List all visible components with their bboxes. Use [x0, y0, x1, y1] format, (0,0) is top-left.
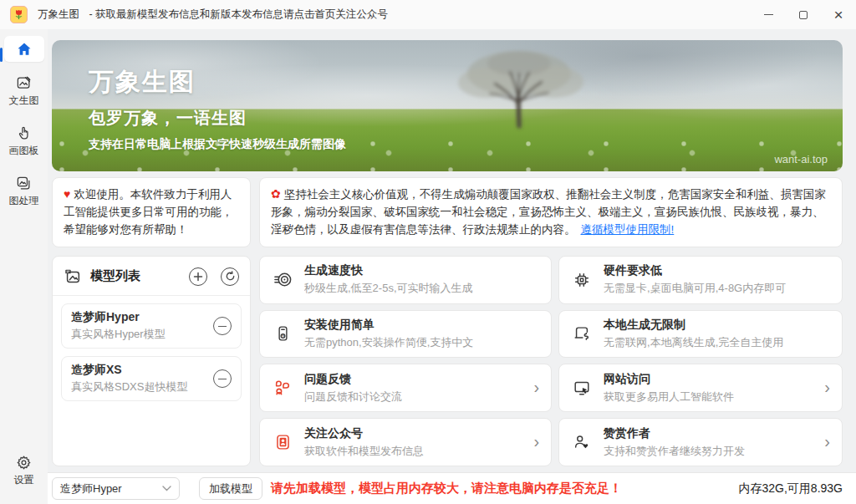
- feature-card-install: ? 安装使用简单 无需python,安装操作简便,支持中文: [259, 310, 552, 359]
- website-icon: [572, 378, 592, 398]
- sidebar-item-label: 画图板: [9, 144, 39, 158]
- banner-tree: [431, 45, 607, 133]
- memory-status: 内存32G,可用8.93G: [739, 481, 843, 496]
- chevron-right-icon: ›: [824, 433, 830, 452]
- sidebar: 文生图 画图板 图处理 设置: [0, 29, 48, 504]
- feature-desc: 无需python,安装操作简便,支持中文: [304, 335, 539, 350]
- feature-desc: 无需联网,本地离线生成,完全自主使用: [604, 335, 830, 350]
- text-to-image-icon: [16, 74, 33, 91]
- model-select-value: 造梦师Hyper: [60, 481, 122, 496]
- model-description: 真实风格SDXS超快模型: [71, 379, 213, 395]
- model-list-panel: 模型列表 造梦师Hyper 真实风格Hyper模型: [52, 256, 251, 466]
- feature-card-official-account[interactable]: 关注公众号 获取软件和模型发布信息 ›: [259, 418, 552, 466]
- speed-icon: [273, 270, 293, 290]
- feature-title: 关注公众号: [304, 426, 522, 441]
- feature-desc: 获取更多易用人工智能软件: [604, 389, 813, 405]
- welcome-text: 欢迎使用。本软件致力于利用人工智能提供更多日常可用的功能，希望能够对您有所帮助！: [64, 188, 233, 236]
- feature-desc: 支持和赞赏作者继续努力开发: [604, 444, 813, 459]
- disclaimer-text: 坚持社会主义核心价值观，不得生成煽动颠覆国家政权、推翻社会主义制度，危害国家安全…: [271, 188, 826, 236]
- minimize-icon: [764, 14, 773, 15]
- sidebar-item-label: 文生图: [9, 94, 39, 108]
- chevron-down-icon: [162, 486, 171, 491]
- model-name: 造梦师Hyper: [71, 310, 213, 325]
- plus-icon: [193, 272, 203, 282]
- remove-model-button[interactable]: [213, 317, 232, 335]
- image-stack-icon: [16, 175, 33, 191]
- refresh-models-button[interactable]: [221, 267, 239, 286]
- close-button[interactable]: ×: [821, 0, 856, 29]
- bottom-bar: 造梦师Hyper 加载模型 请先加载模型，模型占用内存较大，请注意电脑内存是否充…: [48, 472, 856, 504]
- feature-card-local: 本地生成无限制 无需联网,本地离线生成,完全自主使用: [558, 310, 843, 359]
- feature-title: 赞赏作者: [604, 426, 813, 441]
- maximize-icon: [799, 11, 808, 19]
- sidebar-item-label: 设置: [14, 473, 34, 487]
- close-icon: ×: [833, 6, 843, 24]
- remove-model-button[interactable]: [213, 369, 232, 388]
- flower-icon: ✿: [271, 187, 281, 201]
- feature-desc: 问题反馈和讨论交流: [304, 389, 522, 405]
- banner-description: 支持在日常电脑上根据文字快速秒级生成所需图像: [89, 137, 346, 152]
- chevron-right-icon: ›: [533, 379, 539, 398]
- model-list-item[interactable]: 造梦师Hyper 真实风格Hyper模型: [61, 303, 242, 349]
- chevron-right-icon: ›: [533, 433, 539, 452]
- model-list-icon: [64, 267, 82, 286]
- banner-title: 万象生图: [89, 65, 346, 99]
- feature-title: 问题反馈: [304, 372, 522, 387]
- app-window: 万象生图 - 获取最新模型发布信息和新版本发布信息请点击首页关注公众号 × 文生…: [0, 0, 856, 504]
- maximize-button[interactable]: [786, 0, 821, 29]
- sidebar-item-imgprocess[interactable]: 图处理: [4, 170, 44, 212]
- home-icon: [16, 41, 33, 58]
- chip-icon: [572, 270, 592, 290]
- sidebar-item-text2img[interactable]: 文生图: [4, 69, 44, 112]
- hand-pointer-icon: [16, 125, 33, 141]
- feature-title: 安装使用简单: [304, 318, 539, 333]
- feature-card-website[interactable]: 网站访问 获取更多易用人工智能软件 ›: [558, 364, 843, 412]
- window-title: 万象生图 - 获取最新模型发布信息和新版本发布信息请点击首页关注公众号: [38, 8, 388, 22]
- model-list-item[interactable]: 造梦师XS 真实风格SDXS超快模型: [61, 356, 242, 401]
- refresh-icon: [225, 271, 236, 282]
- gear-icon: [16, 454, 33, 471]
- donate-icon: [572, 432, 592, 452]
- feature-card-hardware: 硬件要求低 无需显卡,桌面电脑可用,4-8G内存即可: [558, 256, 843, 304]
- feature-card-feedback[interactable]: 问题反馈 问题反馈和讨论交流 ›: [259, 364, 552, 412]
- heart-icon: ♥: [64, 187, 70, 201]
- model-usage-policy-link[interactable]: 遵循模型使用限制!: [581, 223, 675, 236]
- app-title: 万象生图: [38, 8, 79, 20]
- feature-desc: 无需显卡,桌面电脑可用,4-8G内存即可: [604, 281, 830, 296]
- feature-desc: 秒级生成,低至2-5s,可实时输入生成: [304, 281, 539, 296]
- main-area: 万象生图 包罗万象，一语生图 支持在日常电脑上根据文字快速秒级生成所需图像 wa…: [48, 29, 856, 504]
- banner-text: 万象生图 包罗万象，一语生图 支持在日常电脑上根据文字快速秒级生成所需图像: [89, 65, 346, 152]
- feature-card-donate[interactable]: 赞赏作者 支持和赞赏作者继续努力开发 ›: [558, 418, 843, 466]
- add-model-button[interactable]: [189, 267, 207, 286]
- app-title-suffix: - 获取最新模型发布信息和新版本发布信息请点击首页关注公众号: [89, 8, 388, 20]
- chevron-right-icon: ›: [824, 379, 830, 398]
- sidebar-item-settings[interactable]: 设置: [4, 449, 44, 491]
- model-list-title: 模型列表: [90, 268, 176, 284]
- window-controls: ×: [751, 0, 856, 29]
- feature-card-speed: 生成速度快 秒级生成,低至2-5s,可实时输入生成: [259, 256, 552, 304]
- hero-banner: 万象生图 包罗万象，一语生图 支持在日常电脑上根据文字快速秒级生成所需图像 wa…: [52, 40, 843, 171]
- sidebar-item-label: 图处理: [9, 194, 39, 208]
- feature-title: 网站访问: [604, 372, 813, 387]
- minimize-button[interactable]: [751, 0, 786, 29]
- sidebar-item-home[interactable]: [4, 36, 44, 62]
- official-account-icon: [273, 432, 293, 452]
- load-model-button[interactable]: 加载模型: [199, 477, 262, 500]
- home-content: 万象生图 包罗万象，一语生图 支持在日常电脑上根据文字快速秒级生成所需图像 wa…: [48, 29, 856, 472]
- memory-warning-text: 请先加载模型，模型占用内存较大，请注意电脑内存是否充足！: [271, 481, 622, 496]
- model-name: 造梦师XS: [71, 363, 213, 378]
- local-offline-icon: [572, 323, 592, 344]
- feature-title: 本地生成无限制: [604, 318, 830, 333]
- feature-grid: 生成速度快 秒级生成,低至2-5s,可实时输入生成 硬件要求低 无需显卡,桌面电…: [259, 256, 843, 466]
- app-logo-icon: [10, 6, 28, 23]
- model-description: 真实风格Hyper模型: [71, 327, 213, 342]
- tulip-icon: [13, 9, 24, 21]
- banner-watermark: want-ai.top: [774, 153, 828, 165]
- feedback-icon: [273, 378, 293, 398]
- feature-title: 硬件要求低: [604, 263, 830, 278]
- welcome-notice: ♥欢迎使用。本软件致力于利用人工智能提供更多日常可用的功能，希望能够对您有所帮助…: [52, 177, 251, 247]
- model-list-header: 模型列表: [53, 257, 250, 296]
- model-select-dropdown[interactable]: 造梦师Hyper: [52, 477, 180, 500]
- sidebar-item-drawboard[interactable]: 画图板: [4, 120, 44, 162]
- easy-install-icon: ?: [273, 323, 293, 344]
